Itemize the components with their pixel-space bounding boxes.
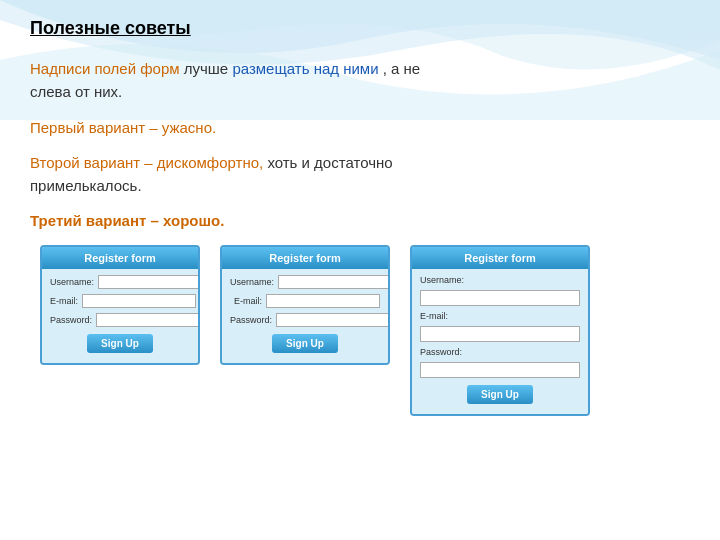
- form3-username-label: Username:: [420, 275, 580, 285]
- text-place-above: размещать над ними: [232, 60, 378, 77]
- page-title: Полезные советы: [30, 18, 690, 39]
- form1-email-input[interactable]: [82, 294, 196, 308]
- form3-body: Username: E-mail: Password: Sign Up: [412, 269, 588, 414]
- form1-password-row: Password:: [50, 313, 190, 327]
- form2-body: Username: E-mail: Password: Sign Up: [222, 269, 388, 363]
- form2-header: Register form: [222, 247, 388, 269]
- form2-password-label: Password:: [230, 315, 276, 325]
- form-card-2: Register form Username: E-mail: Password…: [220, 245, 390, 365]
- form2-password-row: Password:: [230, 313, 380, 327]
- form3-username-input[interactable]: [420, 290, 580, 306]
- form2-username-label: Username:: [230, 277, 278, 287]
- text-labels-orange: Надписи полей форм: [30, 60, 180, 77]
- form3-email-group: E-mail:: [420, 311, 580, 342]
- form3-password-input[interactable]: [420, 362, 580, 378]
- form2-username-row: Username:: [230, 275, 380, 289]
- form1-username-input[interactable]: [98, 275, 200, 289]
- paragraph-1: Надписи полей форм лучше размещать над н…: [30, 57, 690, 104]
- text-variant2-colored: Второй вариант – дискомфортно,: [30, 154, 263, 171]
- form2-email-label: E-mail:: [230, 296, 266, 306]
- text-better: лучше: [184, 60, 233, 77]
- main-content: Полезные советы Надписи полей форм лучше…: [0, 0, 720, 426]
- form2-email-input[interactable]: [266, 294, 380, 308]
- form1-header: Register form: [42, 247, 198, 269]
- paragraph-variant3: Третий вариант – хорошо.: [30, 209, 690, 232]
- forms-section: Register form Username: E-mail: Password…: [30, 245, 690, 416]
- form1-username-label: Username:: [50, 277, 98, 287]
- text-variant1: Первый вариант – ужасно.: [30, 119, 216, 136]
- text-variant3: Третий вариант – хорошо.: [30, 212, 224, 229]
- form3-email-label: E-mail:: [420, 311, 580, 321]
- form3-username-group: Username:: [420, 275, 580, 306]
- form-card-1: Register form Username: E-mail: Password…: [40, 245, 200, 365]
- form3-password-label: Password:: [420, 347, 580, 357]
- form1-email-label: E-mail:: [50, 296, 82, 306]
- form1-email-row: E-mail:: [50, 294, 190, 308]
- form3-signup-button[interactable]: Sign Up: [467, 385, 533, 404]
- paragraph-variant1: Первый вариант – ужасно.: [30, 116, 690, 139]
- form1-password-label: Password:: [50, 315, 96, 325]
- paragraph-variant2: Второй вариант – дискомфортно, хоть и до…: [30, 151, 690, 198]
- form1-signup-button[interactable]: Sign Up: [87, 334, 153, 353]
- form1-body: Username: E-mail: Password: Sign Up: [42, 269, 198, 363]
- form1-username-row: Username:: [50, 275, 190, 289]
- form3-password-group: Password:: [420, 347, 580, 378]
- form2-signup-button[interactable]: Sign Up: [272, 334, 338, 353]
- form2-username-input[interactable]: [278, 275, 390, 289]
- form1-password-input[interactable]: [96, 313, 200, 327]
- form3-header: Register form: [412, 247, 588, 269]
- form-card-3: Register form Username: E-mail: Password…: [410, 245, 590, 416]
- form2-password-input[interactable]: [276, 313, 390, 327]
- form2-email-row: E-mail:: [230, 294, 380, 308]
- form3-email-input[interactable]: [420, 326, 580, 342]
